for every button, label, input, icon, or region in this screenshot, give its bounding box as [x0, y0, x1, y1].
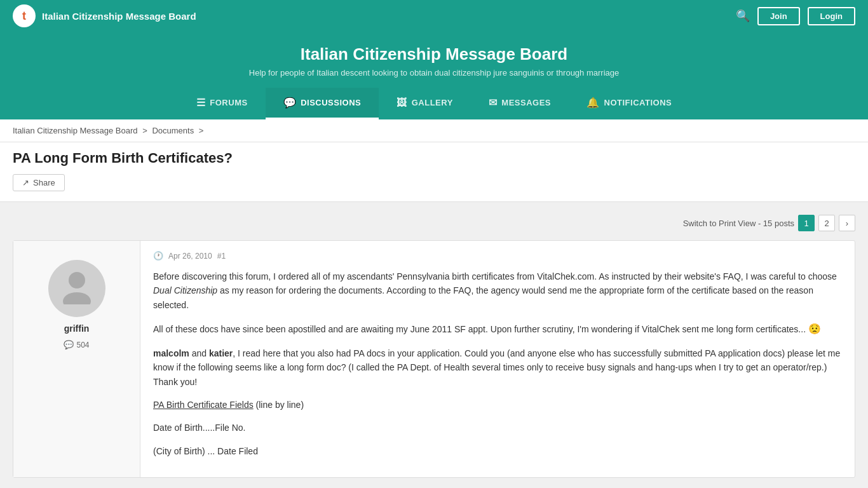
- logo-icon: t: [13, 4, 36, 27]
- breadcrumb-sep1: >: [142, 126, 149, 135]
- tab-messages[interactable]: ✉ MESSAGES: [471, 88, 569, 119]
- tab-discussions-label: DISCUSSIONS: [301, 98, 361, 107]
- share-icon: ↗: [22, 178, 29, 187]
- join-button[interactable]: Join: [757, 7, 800, 25]
- logo-area: t Italian Citizenship Message Board: [13, 4, 736, 27]
- tab-notifications[interactable]: 🔔 NOTIFICATIONS: [569, 88, 689, 119]
- post-card: griffin 💬 504 🕐 Apr 26, 2010 #1 Before d…: [13, 240, 855, 478]
- post-field-line1: Date of Birth.....File No.: [153, 421, 842, 435]
- discussions-icon: 💬: [283, 97, 297, 109]
- clock-icon: 🕐: [153, 251, 163, 261]
- notifications-icon: 🔔: [587, 97, 600, 109]
- post-fields-header: PA Birth Certificate Fields (line by lin…: [153, 398, 842, 412]
- svg-point-0: [69, 272, 85, 288]
- avatar-icon: [58, 266, 96, 311]
- breadcrumb-sep2: >: [199, 126, 204, 135]
- topbar-site-name: Italian Citizenship Message Board: [42, 11, 196, 22]
- gallery-icon: 🖼: [397, 97, 407, 109]
- page-1-button[interactable]: 1: [798, 215, 815, 231]
- post-body: 🕐 Apr 26, 2010 #1 Before discovering thi…: [140, 241, 855, 477]
- forums-icon: ☰: [196, 97, 206, 109]
- navtabs: ☰ FORUMS 💬 DISCUSSIONS 🖼 GALLERY ✉ MESSA…: [13, 88, 855, 119]
- pa-fields-link[interactable]: PA Birth Certificate Fields: [153, 400, 254, 410]
- tab-gallery[interactable]: 🖼 GALLERY: [379, 88, 471, 119]
- share-label: Share: [33, 178, 55, 187]
- messages-icon: ✉: [489, 97, 498, 109]
- hero-subtitle: Help for people of Italian descent looki…: [13, 68, 855, 78]
- page-title-area: PA Long Form Birth Certificates? ↗ Share: [0, 142, 868, 202]
- tab-notifications-label: NOTIFICATIONS: [604, 98, 672, 107]
- bubble-icon: 💬: [64, 340, 74, 349]
- post-meta: 🕐 Apr 26, 2010 #1: [153, 251, 842, 261]
- post-area: Switch to Print View - 15 posts 1 2 ›: [0, 202, 868, 488]
- share-button[interactable]: ↗ Share: [13, 174, 65, 191]
- search-icon[interactable]: 🔍: [736, 9, 750, 23]
- breadcrumb-documents[interactable]: Documents: [152, 126, 194, 135]
- hero-banner: Italian Citizenship Message Board Help f…: [0, 32, 868, 119]
- pagination-bar: Switch to Print View - 15 posts 1 2 ›: [13, 215, 855, 231]
- tab-messages-label: MESSAGES: [501, 98, 551, 107]
- author-name: griffin: [64, 323, 90, 334]
- post-field-line2: (City of Birth) ... Date Filed: [153, 444, 842, 458]
- post-date: Apr 26, 2010: [168, 252, 212, 261]
- topbar: t Italian Citizenship Message Board 🔍 Jo…: [0, 0, 868, 32]
- page-2-button[interactable]: 2: [818, 215, 835, 231]
- page-title: PA Long Form Birth Certificates?: [13, 150, 855, 166]
- tab-forums[interactable]: ☰ FORUMS: [179, 88, 266, 119]
- author-post-count: 💬 504: [64, 340, 89, 349]
- page-next-button[interactable]: ›: [839, 215, 855, 231]
- tab-forums-label: FORUMS: [210, 98, 247, 107]
- breadcrumb-home[interactable]: Italian Citizenship Message Board: [13, 126, 138, 135]
- content-area: Italian Citizenship Message Board > Docu…: [0, 119, 868, 488]
- topbar-actions: 🔍 Join Login: [736, 7, 855, 25]
- post-paragraph-2: All of these docs have since been aposti…: [153, 321, 842, 337]
- login-button[interactable]: Login: [808, 7, 855, 25]
- tab-discussions[interactable]: 💬 DISCUSSIONS: [266, 88, 379, 119]
- print-view-text[interactable]: Switch to Print View - 15 posts: [683, 219, 794, 228]
- post-text: Before discovering this forum, I ordered…: [153, 269, 842, 458]
- post-number: #1: [217, 252, 226, 261]
- breadcrumb: Italian Citizenship Message Board > Docu…: [0, 119, 868, 142]
- post-author-sidebar: griffin 💬 504: [13, 241, 140, 477]
- post-paragraph-1: Before discovering this forum, I ordered…: [153, 269, 842, 312]
- avatar: [48, 260, 105, 317]
- hero-title: Italian Citizenship Message Board: [13, 44, 855, 64]
- tab-gallery-label: GALLERY: [412, 98, 453, 107]
- post-paragraph-3: malcolm and katier, I read here that you…: [153, 346, 842, 389]
- svg-point-1: [63, 292, 91, 304]
